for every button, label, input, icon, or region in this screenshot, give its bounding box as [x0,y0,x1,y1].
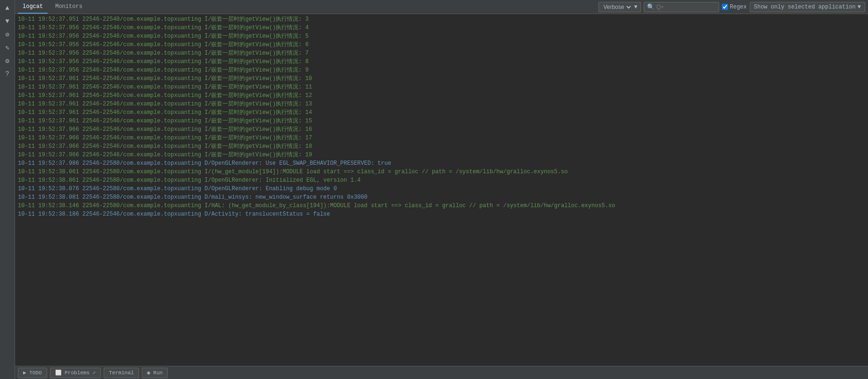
help-icon[interactable]: ? [1,68,14,80]
table-row: 10-11 19:52:37.961 22546-22546/com.examp… [15,117,868,125]
edit-button[interactable]: ✎ [1,41,14,54]
search-box: 🔍 [644,2,719,12]
table-row: 10-11 19:52:37.951 22546-22540/com.examp… [15,15,868,24]
sidebar: ▲ ▼ ⊘ ✎ ⚙ ? [0,0,15,379]
table-row: 10-11 19:52:37.961 22546-22546/com.examp… [15,100,868,108]
scroll-down-button[interactable]: ▼ [1,15,14,27]
table-row: 10-11 19:52:37.966 22546-22546/com.examp… [15,142,868,151]
table-row: 10-11 19:52:37.956 22546-22546/com.examp… [15,57,868,66]
scroll-up-button[interactable]: ▲ [1,2,14,14]
show-only-dropdown-icon: ▼ [858,4,861,10]
verbose-select[interactable]: Verbose Debug Info Warn Error Assert [602,3,632,11]
table-row: 10-11 19:52:38.061 22546-22580/com.examp… [15,168,868,176]
regex-checkbox[interactable] [722,4,728,10]
table-row: 10-11 19:52:37.966 22546-22546/com.examp… [15,151,868,159]
table-row: 10-11 19:52:38.186 22546-22546/com.examp… [15,210,868,218]
table-row: 10-11 19:52:37.961 22546-22546/com.examp… [15,108,868,117]
table-row: 10-11 19:52:37.966 22546-22546/com.examp… [15,134,868,142]
monitors-tab-label: Monitors [55,3,82,10]
monitors-tab[interactable]: Monitors [50,0,87,14]
table-row: 10-11 19:52:38.146 22546-22580/com.examp… [15,202,868,210]
show-only-selected-button[interactable]: Show only selected application ▼ [750,2,865,12]
clear-button[interactable]: ⊘ [1,28,14,40]
verbose-dropdown[interactable]: Verbose Debug Info Warn Error Assert ▼ [598,2,641,12]
table-row: 10-11 19:52:37.956 22546-22546/com.examp… [15,49,868,57]
problems-tab[interactable]: ⬜ Problems ✓ [50,368,101,378]
show-only-label: Show only selected application [754,4,856,10]
settings-icon[interactable]: ⚙ [1,55,14,67]
table-row: 10-11 19:52:37.956 22546-22546/com.examp… [15,66,868,74]
main-panel: logcat Monitors Verbose Debug Info Warn … [15,0,868,379]
table-row: 10-11 19:52:37.966 22546-22546/com.examp… [15,125,868,134]
toolbar: logcat Monitors Verbose Debug Info Warn … [15,0,868,14]
run-tab[interactable]: ◉ Run [142,368,168,378]
table-row: 10-11 19:52:37.956 22546-22546/com.examp… [15,40,868,49]
dropdown-arrow-icon: ▼ [634,4,638,10]
log-area[interactable]: 10-11 19:52:37.951 22546-22540/com.examp… [15,14,868,366]
table-row: 10-11 19:52:38.081 22546-22580/com.examp… [15,193,868,202]
regex-label[interactable]: Regex [722,4,747,10]
table-row: 10-11 19:52:37.961 22546-22546/com.examp… [15,83,868,91]
table-row: 10-11 19:52:37.986 22546-22580/com.examp… [15,159,868,168]
bottom-bar: ▶ TODO ⬜ Problems ✓ Terminal ◉ Run [15,366,868,379]
table-row: 10-11 19:52:37.956 22546-22546/com.examp… [15,32,868,40]
logcat-tab[interactable]: logcat [18,0,48,14]
search-input[interactable] [656,4,716,10]
table-row: 10-11 19:52:37.956 22546-22546/com.examp… [15,24,868,32]
table-row: 10-11 19:52:37.961 22546-22546/com.examp… [15,91,868,100]
table-row: 10-11 19:52:38.061 22546-22580/com.examp… [15,176,868,185]
table-row: 10-11 19:52:37.961 22546-22546/com.examp… [15,74,868,83]
table-row: 10-11 19:52:38.076 22546-22580/com.examp… [15,185,868,193]
regex-label-text: Regex [730,4,747,10]
logcat-tab-label: logcat [23,3,43,10]
terminal-tab[interactable]: Terminal [104,368,139,378]
todo-tab[interactable]: ▶ TODO [18,368,47,378]
search-icon: 🔍 [647,3,655,11]
